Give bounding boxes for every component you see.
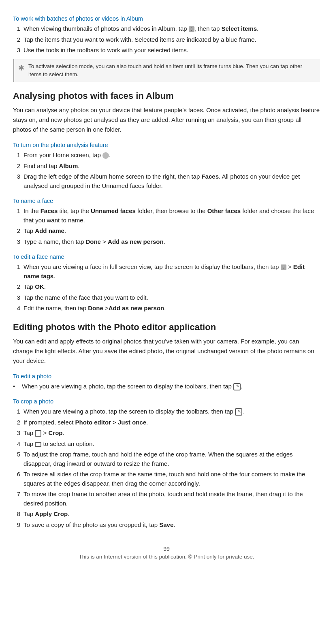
top-step-2: 2 Tap the items that you want to work wi… [13,35,320,45]
turn-on-step-3: 3 Drag the left edge of the Album home s… [13,172,320,190]
edit-icon-2: ✎ [235,408,242,416]
tip-box: ✱ To activate selection mode, you can al… [13,59,320,82]
tip-text: To activate selection mode, you can also… [28,62,316,79]
name-face-steps: 1 In the Faces tile, tap the Unnamed fac… [13,207,320,246]
crop-icon [35,430,41,437]
crop-step-2: 2 If prompted, select Photo editor > Jus… [13,418,320,427]
edit-face-step-2: 2 Tap OK. [13,282,320,292]
editing-para: You can edit and apply effects to origin… [13,337,320,366]
top-step-3: 3 Use the tools in the toolbars to work … [13,46,320,55]
edit-face-link[interactable]: To edit a face name [13,254,320,260]
edit-face-step-3: 3 Tap the name of the face that you want… [13,293,320,303]
top-step-1: 1 When viewing thumbnails of photos and … [13,24,320,34]
crop-step-3: 3 Tap > Crop. [13,429,320,438]
menu-icon: ⋮ [189,26,194,32]
turn-on-step-2: 2 Find and tap Album. [13,162,320,171]
top-section-link[interactable]: To work with batches of photos or videos… [13,15,320,22]
menu-icon-2: ⋮ [281,264,286,270]
analysing-para: You can analyse any photos on your devic… [13,105,320,134]
edit-face-step-1: 1 When you are viewing a face in full sc… [13,262,320,281]
turn-on-steps: 1 From your Home screen, tap . 2 Find an… [13,151,320,190]
edit-face-step-4: 4 Edit the name, then tap Done >Add as n… [13,304,320,313]
crop-photo-steps: 1 When you are viewing a photo, tap the … [13,407,320,529]
home-icon [102,152,109,159]
page-number: 99 [13,546,320,552]
tip-icon: ✱ [18,63,24,79]
crop-photo-link[interactable]: To crop a photo [13,398,320,405]
edit-photo-bullet-1: • When you are viewing a photo, tap the … [13,382,320,391]
name-face-step-3: 3 Type a name, then tap Done > Add as ne… [13,237,320,247]
edit-photo-bullets: • When you are viewing a photo, tap the … [13,382,320,391]
page-footer: 99 This is an Internet version of this p… [13,546,320,560]
top-steps-list: 1 When viewing thumbnails of photos and … [13,24,320,55]
turn-on-link[interactable]: To turn on the photo analysis feature [13,142,320,148]
edit-icon: ✎ [233,383,241,390]
footer-note: This is an Internet version of this publ… [79,554,254,560]
crop-step-5: 5 To adjust the crop frame, touch and ho… [13,450,320,468]
name-face-step-2: 2 Tap Add name. [13,226,320,236]
edit-face-steps: 1 When you are viewing a face in full sc… [13,262,320,313]
turn-on-step-1: 1 From your Home screen, tap . [13,151,320,160]
crop-step-9: 9 To save a copy of the photo as you cro… [13,520,320,530]
crop-step-6: 6 To resize all sides of the crop frame … [13,470,320,488]
crop-step-1: 1 When you are viewing a photo, tap the … [13,407,320,416]
option-icon [35,442,41,447]
crop-step-7: 7 To move the crop frame to another area… [13,490,320,508]
editing-heading: Editing photos with the Photo editor app… [13,322,320,333]
name-face-step-1: 1 In the Faces tile, tap the Unnamed fac… [13,207,320,225]
crop-step-8: 8 Tap Apply Crop. [13,510,320,519]
analysing-heading: Analysing photos with faces in Album [13,91,320,101]
edit-photo-link[interactable]: To edit a photo [13,373,320,380]
name-face-link[interactable]: To name a face [13,198,320,204]
crop-step-4: 4 Tap to select an option. [13,439,320,449]
